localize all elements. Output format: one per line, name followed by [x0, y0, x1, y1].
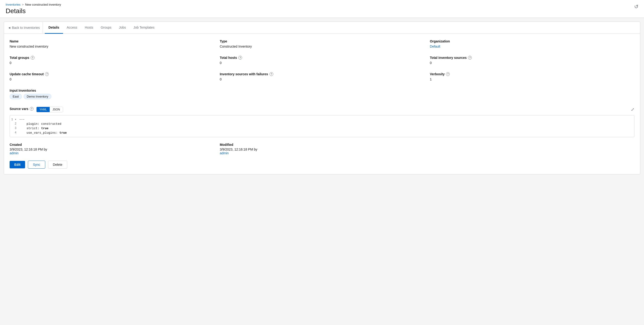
- inventory-tag-east: East: [10, 94, 22, 99]
- code-editor: 1 ▾ --- 2 plugin: constructed 3 strict: …: [10, 115, 634, 137]
- tab-groups-label: Groups: [101, 26, 112, 29]
- field-created-value: 3/9/2023, 12:16:18 PM by admin: [10, 148, 214, 155]
- detail-row-1: Name New constructed inventory Type Cons…: [10, 39, 634, 48]
- source-vars-header: Source vars ? YAML JSON ⤢: [10, 107, 634, 112]
- line-content-1: ---: [19, 118, 24, 121]
- field-created: Created 3/9/2023, 12:16:18 PM by admin: [10, 143, 214, 155]
- tab-details-label: Details: [48, 26, 59, 29]
- breadcrumb: Inventories > New constructed inventory: [6, 3, 638, 6]
- edit-button[interactable]: Edit: [10, 161, 25, 168]
- created-modified-row: Created 3/9/2023, 12:16:18 PM by admin M…: [10, 143, 634, 155]
- field-inv-failures-label: Inventory sources with failures ?: [220, 72, 424, 76]
- field-inv-failures-value: 0: [220, 77, 424, 81]
- source-vars-help-icon[interactable]: ?: [30, 107, 34, 111]
- detail-row-2: Total groups ? 0 Total hosts ? 0 Total i…: [10, 56, 634, 65]
- tab-back-to-inventories[interactable]: ◄ Back to Inventories: [8, 22, 43, 33]
- field-org-value[interactable]: Default: [430, 45, 634, 48]
- source-vars-label-area: Source vars ? YAML JSON: [10, 107, 63, 112]
- line-content-4: use_vars_plugins: true: [19, 131, 67, 135]
- tab-groups[interactable]: Groups: [97, 22, 115, 34]
- tab-jobs-label: Jobs: [119, 26, 126, 29]
- total-groups-help-icon[interactable]: ?: [31, 56, 34, 60]
- inv-failures-help-icon[interactable]: ?: [270, 72, 273, 76]
- tabs-bar: ◄ Back to Inventories Details Access Hos…: [4, 22, 640, 34]
- page-actions: ↺: [634, 4, 638, 10]
- breadcrumb-current: New constructed inventory: [25, 3, 61, 6]
- verbosity-help-icon[interactable]: ?: [446, 72, 450, 76]
- update-cache-help-icon[interactable]: ?: [45, 72, 49, 76]
- field-total-groups-value: 0: [10, 61, 214, 65]
- line-content-2: plugin: constructed: [19, 122, 61, 126]
- code-line-4: 4 use_vars_plugins: true: [10, 131, 634, 135]
- modified-timestamp: 3/9/2023, 12:16:18 PM by: [220, 148, 257, 151]
- sync-button[interactable]: Sync: [28, 161, 45, 169]
- page-title: Details: [6, 7, 638, 18]
- breadcrumb-separator: >: [22, 3, 24, 6]
- line-content-3: strict: true: [19, 127, 48, 130]
- source-vars-section: Source vars ? YAML JSON ⤢ 1 ▾: [10, 107, 634, 137]
- field-input-inventories-label: Input Inventories: [10, 89, 634, 92]
- breadcrumb-parent-link[interactable]: Inventories: [6, 3, 20, 6]
- total-inv-sources-help-icon[interactable]: ?: [468, 56, 472, 60]
- field-verbosity-value: 1: [430, 77, 634, 81]
- field-total-inv-sources-label: Total inventory sources ?: [430, 56, 634, 60]
- detail-row-3: Update cache timeout ? 0 Inventory sourc…: [10, 72, 634, 81]
- line-number-4: 4: [10, 131, 19, 134]
- tab-job-templates-label: Job Templates: [133, 26, 154, 29]
- tab-hosts-label: Hosts: [85, 26, 93, 29]
- tab-details[interactable]: Details: [45, 22, 63, 34]
- field-name-value: New constructed inventory: [10, 45, 214, 48]
- field-update-cache-label: Update cache timeout ?: [10, 72, 214, 76]
- field-modified: Modified 3/9/2023, 12:16:18 PM by admin: [220, 143, 424, 155]
- delete-button[interactable]: Delete: [48, 161, 67, 169]
- actions-row: Edit Sync Delete: [10, 161, 634, 169]
- code-line-1: 1 ▾ ---: [10, 117, 634, 122]
- line-number-1: 1 ▾: [10, 118, 19, 121]
- tab-back-label: ◄ Back to Inventories: [8, 26, 40, 30]
- code-editor-inner: 1 ▾ --- 2 plugin: constructed 3 strict: …: [10, 115, 634, 137]
- details-body: Name New constructed inventory Type Cons…: [4, 34, 640, 174]
- field-total-groups-label: Total groups ?: [10, 56, 214, 60]
- yaml-toggle-button[interactable]: YAML: [36, 107, 50, 112]
- field-total-hosts: Total hosts ? 0: [220, 56, 424, 65]
- field-modified-label: Modified: [220, 143, 424, 147]
- field-name-label: Name: [10, 39, 214, 43]
- json-toggle-button[interactable]: JSON: [50, 107, 63, 112]
- field-input-inventories: Input Inventories East Demo Inventory: [10, 89, 634, 99]
- field-org-label: Organization: [430, 39, 634, 43]
- field-type-label: Type: [220, 39, 424, 43]
- total-hosts-help-icon[interactable]: ?: [238, 56, 242, 60]
- field-update-cache: Update cache timeout ? 0: [10, 72, 214, 81]
- field-verbosity: Verbosity ? 1: [430, 72, 634, 81]
- field-total-inv-sources: Total inventory sources ? 0: [430, 56, 634, 65]
- placeholder-col: [430, 143, 634, 155]
- created-by-link[interactable]: admin: [10, 151, 18, 155]
- tab-job-templates[interactable]: Job Templates: [130, 22, 158, 34]
- line-number-3: 3: [10, 127, 19, 130]
- field-type-value: Constructed Inventory: [220, 45, 424, 48]
- field-org: Organization Default: [430, 39, 634, 48]
- tab-access[interactable]: Access: [63, 22, 81, 34]
- inventory-tags: East Demo Inventory: [10, 94, 634, 99]
- inventory-tag-demo: Demo Inventory: [24, 94, 51, 99]
- line-number-2: 2: [10, 122, 19, 125]
- modified-by-link[interactable]: admin: [220, 151, 229, 155]
- field-total-inv-sources-value: 0: [430, 61, 634, 65]
- field-update-cache-value: 0: [10, 77, 214, 81]
- code-line-3: 3 strict: true: [10, 126, 634, 131]
- tab-jobs[interactable]: Jobs: [115, 22, 130, 34]
- field-created-label: Created: [10, 143, 214, 147]
- tab-hosts[interactable]: Hosts: [81, 22, 97, 34]
- field-total-hosts-value: 0: [220, 61, 424, 65]
- restore-icon[interactable]: ↺: [634, 4, 638, 10]
- field-verbosity-label: Verbosity ?: [430, 72, 634, 76]
- field-name: Name New constructed inventory: [10, 39, 214, 48]
- field-type: Type Constructed Inventory: [220, 39, 424, 48]
- field-total-groups: Total groups ? 0: [10, 56, 214, 65]
- main-content: ◄ Back to Inventories Details Access Hos…: [4, 22, 640, 174]
- code-line-2: 2 plugin: constructed: [10, 122, 634, 126]
- created-timestamp: 3/9/2023, 12:16:18 PM by: [10, 148, 47, 151]
- expand-icon[interactable]: ⤢: [631, 107, 634, 112]
- source-vars-toggle-group: YAML JSON: [36, 107, 63, 112]
- field-total-hosts-label: Total hosts ?: [220, 56, 424, 60]
